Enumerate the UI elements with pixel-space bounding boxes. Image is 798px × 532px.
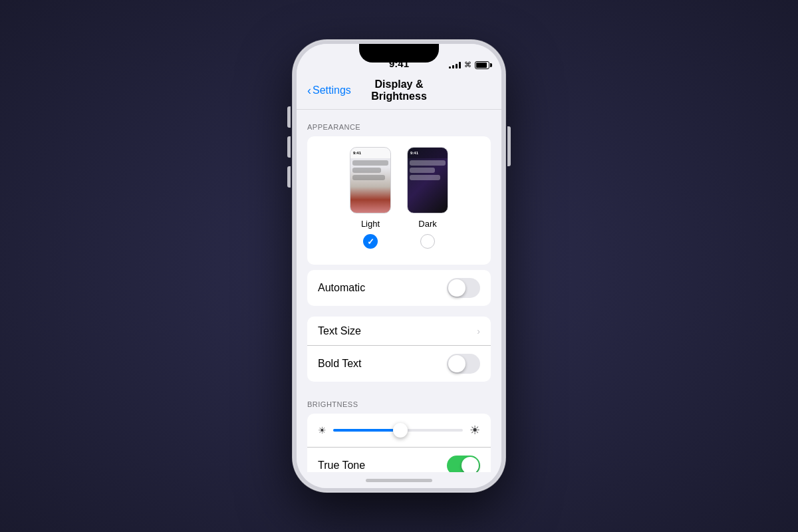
back-button[interactable]: ‹ Settings bbox=[307, 84, 354, 96]
bold-text-toggle[interactable] bbox=[447, 354, 480, 374]
brightness-section-header: BRIGHTNESS bbox=[297, 387, 501, 414]
chevron-left-icon: ‹ bbox=[307, 84, 311, 96]
text-size-label: Text Size bbox=[318, 325, 477, 337]
settings-content[interactable]: APPEARANCE 9:41 Ligh bbox=[297, 110, 501, 472]
dark-mode-preview: 9:41 bbox=[407, 147, 448, 213]
light-mode-preview: 9:41 bbox=[350, 147, 391, 213]
checkmark-icon: ✓ bbox=[367, 237, 374, 247]
sun-small-icon: ☀ bbox=[318, 425, 327, 436]
true-tone-row: True Tone bbox=[307, 448, 491, 472]
light-mode-label: Light bbox=[361, 219, 380, 229]
brightness-group: ☀ ☀ True Tone Automatically adapt iPhone… bbox=[307, 414, 491, 472]
light-mode-selector[interactable]: ✓ bbox=[363, 234, 378, 249]
bold-text-toggle-knob bbox=[448, 355, 466, 372]
sun-large-icon: ☀ bbox=[469, 423, 480, 438]
page-title: Display & Brightness bbox=[354, 78, 444, 102]
brightness-slider-row: ☀ ☀ bbox=[307, 414, 491, 448]
text-settings-group: Text Size › Bold Text bbox=[307, 317, 491, 382]
automatic-row: Automatic bbox=[307, 270, 491, 306]
phone-screen: 9:41 ⌘ ‹ Settings Display & Brightn bbox=[297, 44, 501, 488]
brightness-slider[interactable] bbox=[333, 429, 463, 432]
phone-frame: 9:41 ⌘ ‹ Settings Display & Brightn bbox=[293, 40, 505, 492]
bold-text-label: Bold Text bbox=[318, 358, 447, 370]
status-bar: 9:41 ⌘ bbox=[297, 44, 501, 73]
dark-mode-label: Dark bbox=[418, 219, 436, 229]
automatic-group: Automatic bbox=[307, 270, 491, 306]
home-bar bbox=[366, 479, 432, 482]
true-tone-toggle[interactable] bbox=[447, 456, 480, 472]
automatic-toggle[interactable] bbox=[447, 278, 480, 298]
light-mode-option[interactable]: 9:41 Light ✓ bbox=[350, 147, 391, 249]
nav-header: ‹ Settings Display & Brightness bbox=[297, 73, 501, 110]
true-tone-toggle-knob bbox=[462, 457, 479, 472]
wifi-icon: ⌘ bbox=[464, 61, 471, 69]
dark-mode-selector[interactable] bbox=[420, 234, 435, 249]
signal-icon bbox=[449, 62, 461, 68]
slider-thumb[interactable] bbox=[393, 423, 408, 438]
back-label[interactable]: Settings bbox=[313, 84, 351, 96]
true-tone-label: True Tone bbox=[318, 460, 447, 471]
appearance-group: 9:41 Light ✓ bbox=[307, 136, 491, 265]
toggle-knob bbox=[448, 279, 466, 297]
appearance-options: 9:41 Light ✓ bbox=[318, 147, 480, 249]
status-icons: ⌘ bbox=[449, 61, 489, 69]
automatic-label: Automatic bbox=[318, 282, 447, 294]
chevron-right-icon: › bbox=[477, 326, 480, 336]
slider-fill bbox=[333, 429, 400, 432]
bold-text-row: Bold Text bbox=[307, 346, 491, 382]
notch bbox=[359, 44, 439, 63]
appearance-section-header: APPEARANCE bbox=[297, 110, 501, 136]
battery-icon bbox=[475, 61, 489, 69]
text-size-row[interactable]: Text Size › bbox=[307, 317, 491, 346]
dark-mode-option[interactable]: 9:41 Dark bbox=[407, 147, 448, 249]
home-indicator[interactable] bbox=[297, 472, 501, 488]
